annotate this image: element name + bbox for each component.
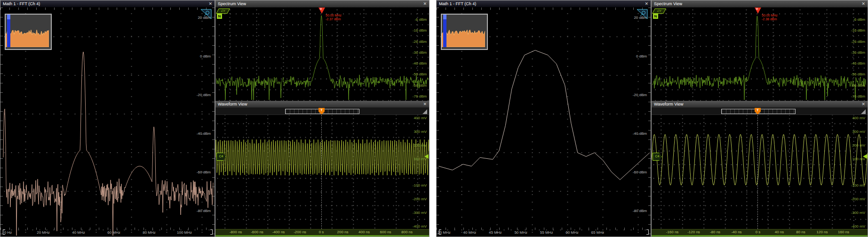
close-icon[interactable]: ✕: [861, 102, 865, 106]
close-icon[interactable]: ✕: [208, 2, 212, 6]
waveform-x-axis-label: 400 ns: [358, 230, 370, 234]
waveform-x-axis-label: 600 ns: [380, 230, 391, 234]
spectrum-trace: [215, 8, 429, 101]
channel-level-arrow-icon[interactable]: [424, 154, 429, 159]
spectrum-titlebar: Spectrum View ✕: [215, 0, 429, 8]
fft-title: Math 1 - FFT (Ch 4): [439, 1, 476, 6]
waveform-scroll-bar[interactable]: [652, 235, 868, 237]
spectrum-thumbnail[interactable]: [5, 14, 52, 50]
spectrum-thumbnail[interactable]: [441, 14, 488, 50]
waveform-scroll-bar[interactable]: [215, 235, 429, 237]
waveform-time-axis: -160 ns-120 ns-80 ns-40 ns0 s40 ns80 ns1…: [652, 229, 868, 235]
waveform-view-left: Waveform View ✕ T 400 mV300 mV200 mV100 …: [215, 101, 429, 237]
waveform-x-axis-label: -120 ns: [687, 230, 700, 234]
waveform-x-axis-label: -80 ns: [710, 230, 720, 234]
spectrum-plot-area[interactable]: -6 dBm-16 dBm-26 dBm-36 dBm-46 dBm-56 dB…: [652, 8, 868, 101]
fft-view-left: Math 1 - FFT (Ch 4) ✕ 20 dBm0 dBm-20 dBm…: [0, 0, 215, 237]
spectrum-view-left: Spectrum View ✕ -6 dBm-16 dBm-26 dBm-36 …: [215, 0, 429, 101]
reference-marker-letter: R: [320, 8, 322, 10]
fft-title: Math 1 - FFT (Ch 4): [3, 1, 40, 6]
fft-view-right: Math 1 - FFT (Ch 4) ✕ 20 dBm0 dBm-20 dBm…: [437, 0, 652, 237]
close-icon[interactable]: ✕: [423, 2, 427, 6]
channel-level-arrow-icon[interactable]: [863, 154, 867, 159]
zoom-corner-icon[interactable]: [637, 9, 648, 20]
scope-screenshot-pair: Math 1 - FFT (Ch 4) ✕ 20 dBm0 dBm-20 dBm…: [0, 0, 868, 237]
spectrum-title: Spectrum View: [654, 1, 682, 6]
waveform-x-axis-label: 200 ns: [337, 230, 348, 234]
fft-titlebar: Math 1 - FFT (Ch 4) ✕: [437, 0, 651, 8]
close-icon[interactable]: ✕: [861, 2, 865, 6]
resize-corner-icon[interactable]: [860, 109, 866, 114]
waveform-x-axis-label: 80 ns: [796, 230, 805, 234]
span-bracket-left: [439, 229, 441, 235]
waveform-titlebar: Waveform View ✕: [215, 101, 429, 108]
spectrum-title: Spectrum View: [218, 1, 246, 6]
span-bracket-left: [3, 229, 5, 235]
waveform-x-axis-label: 160 ns: [838, 230, 849, 234]
spectrum-waveform-column: Spectrum View ✕ -6 dBm-16 dBm-26 dBm-36 …: [652, 0, 868, 237]
scope-window-left: Math 1 - FFT (Ch 4) ✕ 20 dBm0 dBm-20 dBm…: [0, 0, 430, 237]
waveform-x-axis-label: 40 ns: [775, 230, 784, 234]
span-bracket-right: [210, 229, 213, 235]
marker-readout: 50.00 MHz -2.38 dBm: [762, 14, 778, 21]
waveform-title: Waveform View: [654, 102, 684, 106]
marker-frequency: 50.00 MHz: [762, 14, 778, 17]
spectrum-view-right: Spectrum View ✕ -6 dBm-16 dBm-26 dBm-36 …: [652, 0, 868, 101]
waveform-x-axis-label: -800 ns: [230, 230, 242, 234]
spectrum-waveform-column: Spectrum View ✕ -6 dBm-16 dBm-26 dBm-36 …: [215, 0, 429, 237]
thumbnail-preview: [6, 15, 49, 47]
waveform-plot-area[interactable]: 400 mV300 mV200 mV100 mV -100 mV-200 mV-…: [652, 115, 868, 229]
marker-readout: 50.00 MHz -2.37 dBm: [326, 14, 342, 21]
marker-level: -2.38 dBm: [762, 17, 778, 21]
thumbnail-preview: [442, 15, 485, 47]
waveform-x-axis-label: -160 ns: [666, 230, 679, 234]
resize-corner-icon[interactable]: [422, 109, 428, 114]
waveform-titlebar: Waveform View ✕: [652, 101, 868, 108]
waveform-x-axis-label: -40 ns: [731, 230, 741, 234]
scope-window-right: Math 1 - FFT (Ch 4) ✕ 20 dBm0 dBm-20 dBm…: [436, 0, 868, 237]
reference-marker-letter: R: [756, 8, 758, 10]
span-bracket-right: [646, 229, 649, 235]
spectrum-titlebar: Spectrum View ✕: [652, 0, 868, 8]
fft-plot-area[interactable]: 20 dBm0 dBm-20 dBm-40 dBm-60 dBm-80 dBm …: [437, 8, 651, 237]
waveform-x-axis-label: 0 s: [756, 230, 761, 234]
waveform-x-axis-label: -600 ns: [251, 230, 263, 234]
waveform-trace: [215, 115, 429, 229]
waveform-view-right: Waveform View ✕ T 400 mV300 mV200 mV100 …: [652, 101, 868, 237]
fft-titlebar: Math 1 - FFT (Ch 4) ✕: [0, 0, 215, 8]
waveform-plot-area[interactable]: 400 mV300 mV200 mV100 mV -100 mV-200 mV-…: [215, 115, 429, 229]
waveform-x-axis-label: -200 ns: [294, 230, 306, 234]
waveform-x-axis-label: 0 s: [319, 230, 324, 234]
spectrum-plot-area[interactable]: -6 dBm-16 dBm-26 dBm-36 dBm-46 dBm-56 dB…: [215, 8, 429, 101]
marker-frequency: 50.00 MHz: [326, 14, 342, 17]
close-icon[interactable]: ✕: [423, 102, 427, 106]
trigger-centerline: [321, 115, 322, 229]
zoom-corner-icon[interactable]: [200, 9, 212, 20]
normal-trace-badge[interactable]: N: [217, 14, 222, 19]
marker-level: -2.37 dBm: [326, 17, 342, 21]
normal-trace-badge[interactable]: N: [653, 14, 658, 19]
fft-plot-area[interactable]: 20 dBm0 dBm-20 dBm-40 dBm-60 dBm-80 dBm …: [0, 8, 215, 237]
waveform-trace: [652, 115, 868, 229]
waveform-x-axis-label: 120 ns: [816, 230, 828, 234]
waveform-x-axis-label: -400 ns: [272, 230, 285, 234]
spectrum-trace: [652, 8, 868, 101]
waveform-x-axis-label: 800 ns: [401, 230, 413, 234]
waveform-title: Waveform View: [218, 102, 247, 106]
trigger-centerline: [757, 115, 758, 229]
close-icon[interactable]: ✕: [645, 2, 648, 6]
waveform-time-axis: -800 ns-600 ns-400 ns-200 ns0 s200 ns400…: [215, 229, 429, 235]
